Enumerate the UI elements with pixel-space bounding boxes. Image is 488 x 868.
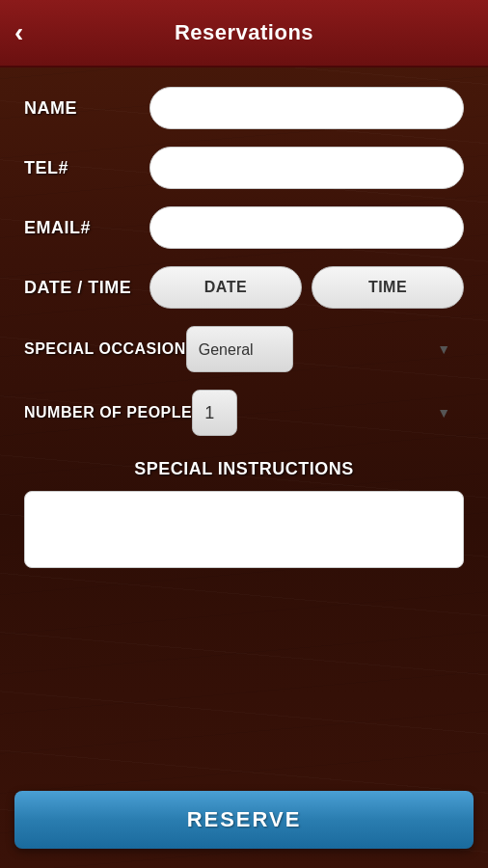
reserve-button-container: RESERVE: [14, 791, 474, 849]
name-row: NAME: [24, 87, 464, 129]
email-label: EMAIL#: [24, 218, 149, 238]
time-button[interactable]: TIME: [312, 266, 464, 309]
instructions-input[interactable]: [24, 491, 464, 568]
email-input[interactable]: [149, 206, 464, 249]
occasion-select[interactable]: General Birthday Anniversary Business Ot…: [186, 326, 293, 372]
occasion-label: SPECIAL OCCASION: [24, 339, 186, 358]
tel-label: TEL#: [24, 158, 149, 178]
page-title: Reservations: [175, 20, 313, 45]
people-row: NUMBER OF PEOPLE 1 2 3 4 5 6 7 8 9 10: [24, 390, 464, 436]
instructions-section: SPECIAL INSTRUCTIONS: [24, 459, 464, 572]
datetime-buttons: DATE TIME: [149, 266, 464, 309]
instructions-label: SPECIAL INSTRUCTIONS: [24, 459, 464, 479]
occasion-row: SPECIAL OCCASION General Birthday Annive…: [24, 326, 464, 372]
form-content: NAME TEL# EMAIL# DATE / TIME DATE TIME S…: [0, 68, 488, 610]
back-button[interactable]: ‹: [14, 19, 23, 46]
date-button[interactable]: DATE: [149, 266, 302, 309]
tel-input[interactable]: [149, 147, 464, 189]
datetime-row: DATE / TIME DATE TIME: [24, 266, 464, 309]
name-label: NAME: [24, 98, 149, 119]
reserve-button[interactable]: RESERVE: [14, 791, 474, 849]
name-input[interactable]: [149, 87, 464, 129]
people-label: NUMBER OF PEOPLE: [24, 403, 192, 421]
tel-row: TEL#: [24, 147, 464, 189]
datetime-label: DATE / TIME: [24, 278, 149, 298]
occasion-select-wrapper: General Birthday Anniversary Business Ot…: [186, 326, 464, 372]
email-row: EMAIL#: [24, 206, 464, 249]
people-select-wrapper: 1 2 3 4 5 6 7 8 9 10: [192, 390, 464, 436]
header: ‹ Reservations: [0, 0, 488, 68]
people-select[interactable]: 1 2 3 4 5 6 7 8 9 10: [192, 390, 237, 436]
